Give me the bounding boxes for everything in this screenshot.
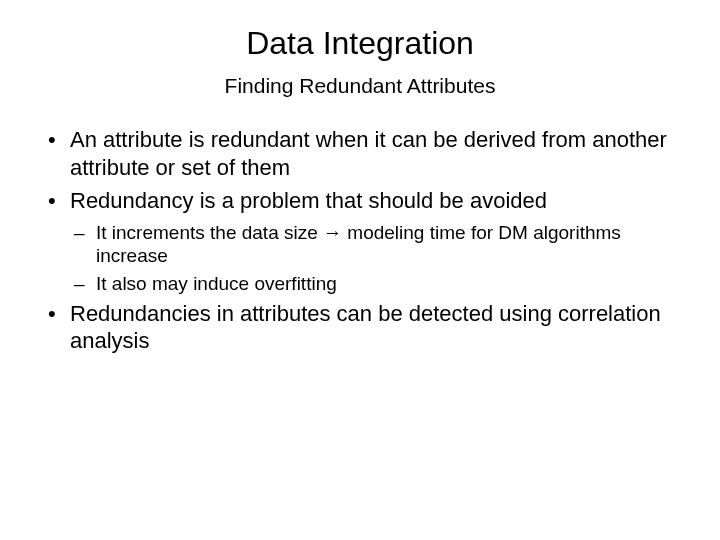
slide-title: Data Integration [40,25,680,62]
list-item: Redundancy is a problem that should be a… [40,187,680,215]
list-item: An attribute is redundant when it can be… [40,126,680,181]
sub-bullet-list: It increments the data size → modeling t… [40,221,680,296]
slide-subtitle: Finding Redundant Attributes [40,74,680,98]
bullet-list: An attribute is redundant when it can be… [40,126,680,355]
list-item: It also may induce overfitting [40,272,680,296]
list-item: It increments the data size → modeling t… [40,221,680,269]
list-item: Redundancies in attributes can be detect… [40,300,680,355]
